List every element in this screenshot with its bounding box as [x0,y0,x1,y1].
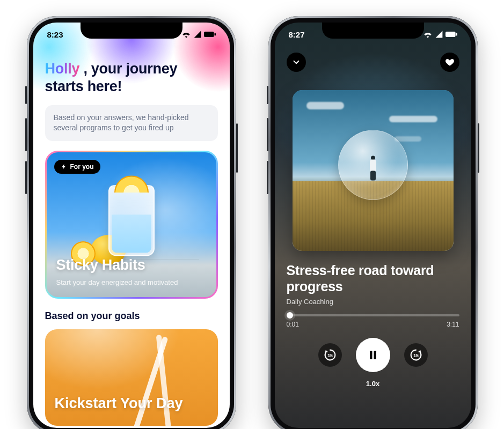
track-title: Stress-free road toward progress [287,263,459,294]
status-time: 8:27 [289,30,305,39]
progress-slider[interactable] [287,314,459,316]
svg-rect-6 [374,351,376,359]
total-time: 3:11 [447,321,459,328]
bolt-icon [61,164,67,170]
goal-program-title: Kickstart Your Day [55,396,183,412]
battery-icon [445,31,457,38]
goal-program-card[interactable]: Kickstart Your Day [45,329,218,426]
section-heading-goals: Based on your goals [45,310,218,322]
greeting-headline: Holly , your journey starts here! [45,60,218,95]
signal-icon [435,31,443,38]
device-notch [322,23,424,39]
status-icons [181,31,216,38]
svg-rect-2 [445,32,456,37]
pause-icon [367,349,379,361]
svg-rect-5 [370,351,372,359]
pause-button[interactable] [356,338,390,372]
wifi-icon [181,31,191,38]
svg-rect-3 [456,33,457,35]
status-time: 8:23 [47,30,63,39]
greeting-user-name: Holly [45,61,80,77]
track-subtitle: Daily Coaching [287,298,459,306]
heart-icon [445,57,455,67]
badge-label: For you [70,163,94,171]
for-you-badge: For you [54,160,100,174]
playback-speed-button[interactable]: 1.0x [287,380,459,388]
battery-icon [204,31,216,38]
chevron-down-icon [291,57,301,67]
elapsed-time: 0:01 [287,321,299,328]
svg-text:15: 15 [413,353,419,358]
collapse-player-button[interactable] [287,53,306,72]
featured-program-title: Sticky Habits [56,257,145,273]
status-icons [423,31,457,38]
rewind-icon: 15 [323,347,338,363]
track-artwork [293,90,454,251]
svg-rect-0 [204,32,214,37]
favorite-button[interactable] [440,53,459,72]
glass-illustration [108,185,155,256]
wifi-icon [423,31,433,38]
signal-icon [193,31,202,38]
featured-program-card[interactable]: For you Sticky Habits Start your day ene… [45,151,218,299]
featured-program-subtitle: Start your day energized and motivated [56,278,178,286]
forward-15-button[interactable]: 15 [404,343,428,367]
right-phone-mockup: 8:27 [268,16,478,429]
progress-thumb[interactable] [287,312,293,319]
playback-speed-label: 1.0x [366,380,379,388]
intro-message-card: Based on your answers, we hand-picked se… [45,105,218,141]
svg-rect-1 [214,33,216,35]
intro-message-text: Based on your answers, we hand-picked se… [54,113,189,132]
svg-text:15: 15 [327,353,333,358]
forward-icon: 15 [408,347,423,363]
rewind-15-button[interactable]: 15 [318,343,342,367]
device-notch [81,23,182,39]
left-phone-mockup: 8:23 Holly , your journey starts here! B… [27,16,236,429]
